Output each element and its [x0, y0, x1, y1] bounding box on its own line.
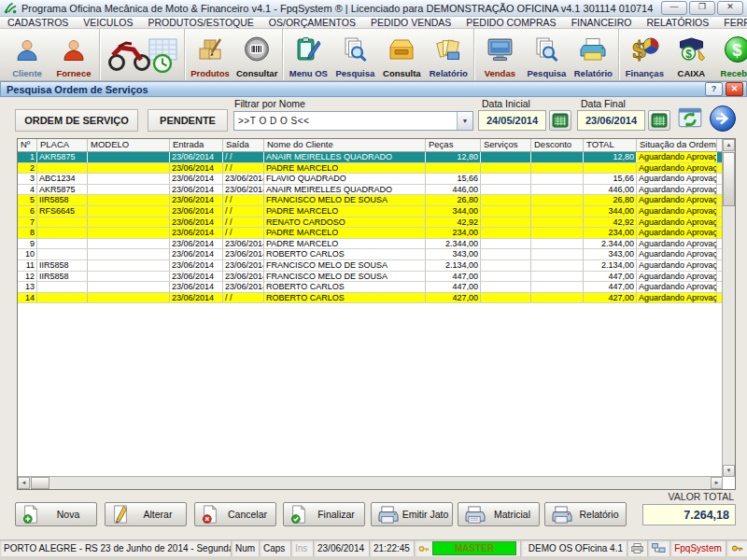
menu-item-ferramentas[interactable]: FERRAMENTAS [716, 17, 747, 28]
date-start-calendar-button[interactable] [549, 110, 571, 131]
table-row[interactable]: 11IIR585823/06/201423/06/2014FRANCISCO M… [18, 260, 723, 272]
toolbar-button-relat-rio[interactable]: Relatório [570, 30, 616, 79]
cell-cliente: PADRE MARCELO [264, 239, 426, 249]
column-header-entrada[interactable]: Entrada [170, 139, 223, 151]
finalizar-button[interactable]: Finalizar [283, 502, 365, 526]
maximize-button[interactable]: ❐ [689, 1, 715, 15]
cell-n: 11 [18, 260, 37, 271]
table-row[interactable]: 1423/06/2014/ /ROBERTO CARLOS427,00427,0… [18, 293, 723, 304]
valor-total-value: 7.264,18 [642, 504, 736, 525]
cell-saida: 23/06/2014 [223, 174, 264, 184]
menu-item-produtos-estoque[interactable]: PRODUTOS/ESTOQUE [140, 17, 261, 28]
vertical-scrollbar[interactable]: ▲ ▼ [722, 139, 735, 477]
panel-close-button[interactable]: ✕ [726, 82, 743, 96]
toolbar-group: ClienteFornece [2, 29, 100, 80]
cell-entrada: 23/06/2014 [170, 217, 223, 228]
menu-item-pedido-compras[interactable]: PEDIDO COMPRAS [458, 17, 563, 28]
date-end-field[interactable]: 23/06/2014 [577, 110, 645, 131]
table-row[interactable]: 4AKR587523/06/201423/06/2014ANAIR MEIREL… [18, 185, 723, 196]
horizontal-scroll-thumb[interactable] [31, 477, 49, 489]
order-status-panel: PENDENTE [148, 109, 228, 132]
cell-desconto [531, 152, 584, 162]
toolbar-button-pesquisa[interactable]: Pesquisa [523, 30, 570, 79]
table-row[interactable]: 723/06/2014/ /RENATO CARDOSO42,9242,92Ag… [18, 217, 723, 229]
relat-rio-button[interactable]: Relatório [544, 502, 627, 526]
scroll-up-icon[interactable]: ▲ [723, 139, 735, 151]
status-bar: PORTO ALEGRE - RS 23 de Junho de 2014 - … [0, 539, 747, 556]
column-header-sa-da[interactable]: Saída [223, 139, 264, 151]
toolbar-button-caixa[interactable]: $CAIXA [668, 30, 714, 79]
alterar-button[interactable]: Alterar [105, 502, 187, 526]
table-row[interactable]: 223/06/2014/ /PADRE MARCELOAguardando Ap… [18, 163, 723, 175]
button-label: Alterar [130, 509, 186, 520]
status-network [648, 540, 670, 556]
chevron-down-icon[interactable]: ▼ [457, 112, 472, 130]
cell-placa: IIR5858 [37, 260, 88, 271]
date-start-field[interactable]: 24/05/2014 [478, 110, 546, 131]
toolbar-button-pesquisa[interactable]: Pesquisa [331, 30, 378, 79]
horizontal-scrollbar[interactable]: ◄ ► [18, 476, 723, 489]
cell-modelo [88, 185, 170, 195]
cell-pecas: 12,80 [426, 152, 481, 162]
column-header-total[interactable]: TOTAL [584, 139, 637, 151]
table-row[interactable]: 6RFS664523/06/2014/ /PADRE MARCELO344,00… [18, 206, 723, 217]
menu-item-financeiro[interactable]: FINANCEIRO [564, 17, 640, 28]
menu-item-os-or-amentos[interactable]: OS/ORÇAMENTOS [261, 17, 363, 28]
table-body: 1AKR587523/06/2014/ /ANAIR MEIRELLES QUA… [18, 152, 723, 303]
cell-servicos [481, 228, 531, 238]
table-row[interactable]: 823/06/2014/ /PADRE MARCELO234,00234,00A… [18, 228, 723, 239]
scroll-left-icon[interactable]: ◄ [18, 477, 30, 489]
close-button[interactable]: ✕ [717, 1, 743, 15]
cell-servicos [481, 206, 531, 217]
column-header-placa[interactable]: PLACA [37, 139, 88, 151]
table-row[interactable]: 1AKR587523/06/2014/ /ANAIR MEIRELLES QUA… [18, 152, 723, 163]
cell-modelo [88, 163, 170, 174]
column-header-nome-do-cliente[interactable]: Nome do Cliente [264, 139, 426, 151]
table-row[interactable]: 3ABC123423/06/201423/06/2014FLAVIO QUADR… [18, 174, 723, 185]
toolbar-button-finan-as[interactable]: $Finanças [621, 30, 668, 79]
refresh-button[interactable] [676, 105, 704, 133]
menu-item-cadastros[interactable]: CADASTROS [0, 17, 76, 28]
table-row[interactable]: 1023/06/201423/06/2014ROBERTO CARLOS343,… [18, 249, 723, 260]
toolbar-button-menu-os[interactable]: Menu OS [285, 30, 331, 79]
date-end-calendar-button[interactable] [648, 110, 670, 131]
toolbar-button-moto-schedule[interactable] [102, 30, 182, 79]
column-header-situa-o-da-ordem[interactable]: Situação da Ordem [637, 139, 717, 151]
minimize-button[interactable]: — [661, 1, 687, 15]
toolbar-button-consultar[interactable]: Consultar [233, 30, 280, 79]
doc-search-icon [534, 31, 559, 68]
column-header-pe-as[interactable]: Peças [426, 139, 481, 151]
cell-pecas: 2.344,00 [426, 239, 481, 249]
column-header-modelo[interactable]: MODELO [88, 139, 170, 151]
menu-item-pedido-vendas[interactable]: PEDIDO VENDAS [363, 17, 458, 28]
toolbar-button-consulta[interactable]: Consulta [378, 30, 425, 79]
toolbar-button-relat-rio[interactable]: Relatório [425, 30, 472, 79]
column-header-desconto[interactable]: Desconto [531, 139, 584, 151]
panel-help-button[interactable]: ? [705, 82, 723, 96]
scroll-down-icon[interactable]: ▼ [723, 465, 735, 477]
toolbar-button-produtos[interactable]: Produtos [187, 30, 233, 79]
toolbar-button-vendas[interactable]: Vendas [476, 30, 523, 79]
matricial-button[interactable]: Matricial [458, 502, 540, 526]
column-header-servi-os[interactable]: Serviços [481, 139, 531, 151]
menu-item-veiculos[interactable]: VEICULOS [76, 17, 140, 28]
cancelar-button[interactable]: Cancelar [194, 502, 276, 526]
emitir-jato-button[interactable]: Emitir Jato [371, 502, 453, 526]
vertical-scroll-thumb[interactable] [723, 152, 735, 206]
table-row[interactable]: 923/06/201423/06/2014PADRE MARCELO2.344,… [18, 239, 723, 250]
name-filter-combobox[interactable]: >>T O D O S<< ▼ [233, 111, 473, 131]
cell-saida: 23/06/2014 [223, 249, 264, 259]
menu-item-relat-rios[interactable]: RELATÓRIOS [639, 17, 716, 28]
table-row[interactable]: 12IIR585823/06/201423/06/2014FRANCISCO M… [18, 272, 723, 283]
drawer-icon [388, 31, 416, 68]
column-header-n[interactable]: Nº [18, 139, 37, 151]
go-button[interactable] [708, 104, 738, 133]
nova-button[interactable]: Nova [15, 502, 97, 526]
toolbar-button-fornece[interactable]: Fornece [50, 30, 97, 79]
cell-servicos [481, 152, 531, 162]
toolbar-button-receber[interactable]: $Receber [714, 30, 747, 79]
scroll-right-icon[interactable]: ► [711, 477, 723, 489]
toolbar-button-cliente[interactable]: Cliente [4, 30, 50, 79]
table-row[interactable]: 5IIR585823/06/2014/ /FRANCISCO MELO DE S… [18, 195, 723, 206]
table-row[interactable]: 1323/06/201423/06/2014ROBERTO CARLOS447,… [18, 282, 723, 293]
